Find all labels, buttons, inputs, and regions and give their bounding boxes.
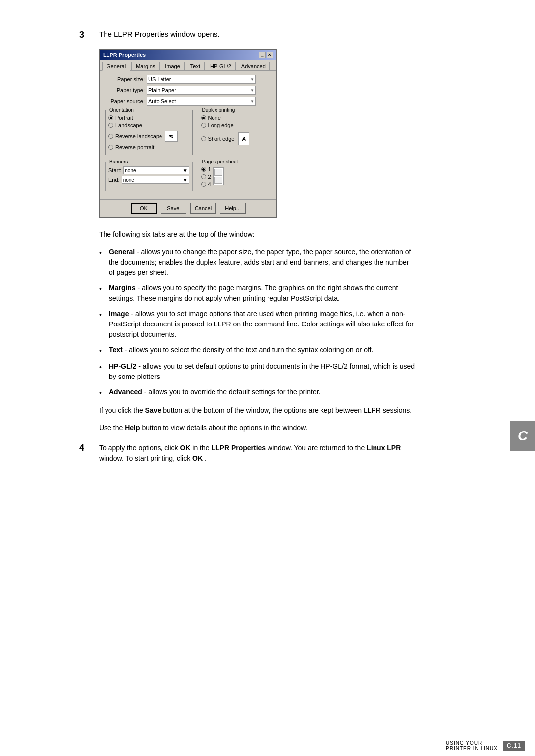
landscape-radio[interactable] (108, 123, 113, 128)
paper-size-select[interactable]: US Letter ▼ (147, 75, 256, 84)
dialog-body: Paper size: US Letter ▼ Paper type: Plai… (100, 71, 276, 199)
reverse-landscape-label: Reverse landscape (115, 133, 162, 139)
pps-legend: Pages per sheet (201, 159, 239, 164)
save-button[interactable]: Save (160, 203, 186, 214)
paper-type-arrow: ▼ (250, 88, 254, 93)
end-banner-row: End: none ▼ (108, 176, 189, 184)
paper-source-select[interactable]: Auto Select ▼ (147, 97, 256, 106)
llpr-properties-dialog[interactable]: LLPR Properties _ ✕ General Margins Imag… (99, 49, 277, 218)
reverse-portrait-option[interactable]: Reverse portrait (108, 144, 189, 150)
bullet-dot-5: • (99, 362, 109, 373)
desc-general: - allows you to change the paper size, t… (109, 248, 411, 276)
duplex-fieldset: Duplex printing None Long edge Short edg… (198, 108, 271, 155)
step4-linux-lpr: Linux LPR (367, 444, 401, 452)
duplex-legend: Duplex printing (201, 108, 236, 113)
landscape-label: Landscape (115, 122, 142, 128)
paper-source-row: Paper source: Auto Select ▼ (105, 97, 271, 106)
close-button[interactable]: ✕ (267, 52, 273, 58)
pps-2-option[interactable]: 2 (201, 174, 211, 180)
short-edge-radio[interactable] (201, 136, 206, 141)
tab-advanced[interactable]: Advanced (237, 62, 270, 70)
dialog-title: LLPR Properties (103, 52, 146, 58)
side-tab-c: C (510, 421, 535, 451)
portrait-option[interactable]: Portrait (108, 115, 189, 121)
tab-margins[interactable]: Margins (131, 62, 160, 70)
save-note-bold: Save (145, 406, 161, 414)
reverse-landscape-radio[interactable] (108, 134, 113, 139)
pps-preview (213, 167, 224, 185)
reverse-portrait-label: Reverse portrait (115, 144, 154, 150)
tab-image[interactable]: Image (160, 62, 185, 70)
bullet-advanced: • Advanced - allows you to override the … (99, 387, 416, 398)
portrait-radio[interactable] (108, 115, 113, 120)
step4-text-2: in the (192, 444, 211, 452)
help-button[interactable]: Help... (220, 203, 246, 214)
end-value: none (123, 177, 134, 183)
paper-source-value: Auto Select (148, 98, 176, 104)
step4-ok-2: OK (192, 454, 203, 462)
start-banner-select[interactable]: none ▼ (123, 166, 189, 174)
save-note-prefix: If you click the (99, 406, 145, 414)
end-label: End: (108, 177, 120, 183)
long-edge-option[interactable]: Long edge (201, 122, 268, 128)
short-edge-option[interactable]: Short edge A (201, 132, 268, 145)
bullet-content-3: Image - allows you to set image options … (109, 309, 416, 340)
minimize-button[interactable]: _ (259, 52, 266, 58)
dialog-titlebar: LLPR Properties _ ✕ (100, 50, 276, 60)
help-note-prefix: Use the (99, 424, 125, 432)
term-text: Text (109, 346, 123, 354)
banners-pps-row: Banners Start: none ▼ End: none (105, 159, 271, 191)
portrait-label: Portrait (115, 115, 133, 121)
step-3-header: 3 The LLPR Properties window opens. (79, 30, 416, 40)
bullet-margins: • Margins - allows you to specify the pa… (99, 283, 416, 304)
pps-4-radio[interactable] (201, 182, 206, 187)
term-margins: Margins (109, 284, 136, 292)
tab-hpgl2[interactable]: HP-GL/2 (206, 62, 236, 70)
tab-text[interactable]: Text (186, 62, 205, 70)
paper-type-select[interactable]: Plain Paper ▼ (147, 86, 256, 95)
bullet-dot-1: • (99, 248, 109, 258)
bullet-content-5: HP-GL/2 - allows you to set default opti… (109, 361, 416, 382)
long-edge-radio[interactable] (201, 123, 206, 128)
duplex-none-option[interactable]: None (201, 115, 268, 121)
step4-text-1: To apply the options, click (99, 444, 180, 452)
pps-1-radio[interactable] (201, 167, 206, 172)
cancel-button[interactable]: Cancel (190, 203, 216, 214)
tab-general[interactable]: General (102, 62, 130, 71)
titlebar-controls: _ ✕ (259, 52, 273, 58)
landscape-option[interactable]: Landscape (108, 122, 189, 128)
duplex-none-label: None (208, 115, 221, 121)
start-banner-row: Start: none ▼ (108, 166, 189, 174)
step-3-number: 3 (79, 30, 99, 40)
paper-size-label: Paper size: (105, 76, 145, 82)
dialog-container: LLPR Properties _ ✕ General Margins Imag… (99, 49, 416, 218)
reverse-landscape-option[interactable]: Reverse landscape A (108, 130, 189, 143)
paper-source-label: Paper source: (105, 98, 145, 104)
save-note: If you click the Save button at the bott… (99, 405, 416, 416)
pps-2-radio[interactable] (201, 174, 206, 179)
bullet-dot-3: • (99, 310, 109, 320)
duplex-none-radio[interactable] (201, 115, 206, 120)
side-tab-label: C (518, 428, 528, 444)
bullet-content-1: General - allows you to change the paper… (109, 247, 416, 278)
reverse-portrait-radio[interactable] (108, 145, 113, 150)
term-image: Image (109, 310, 129, 318)
end-banner-select[interactable]: none ▼ (122, 176, 189, 184)
ok-button[interactable]: OK (131, 203, 157, 214)
desc-advanced: - allows you to override the default set… (144, 388, 321, 396)
step-3-text: The LLPR Properties window opens. (99, 30, 219, 38)
step4-text-4: window. To start printing, click (99, 454, 192, 462)
end-arrow: ▼ (183, 177, 188, 183)
paper-source-arrow: ▼ (250, 99, 254, 104)
banners-fieldset: Banners Start: none ▼ End: none (105, 159, 193, 191)
dialog-tabs: General Margins Image Text HP-GL/2 Advan… (100, 60, 276, 71)
start-value: none (125, 168, 136, 173)
pps-fieldset: Pages per sheet 1 2 (198, 159, 271, 191)
pps-1-option[interactable]: 1 (201, 166, 211, 172)
help-note: Use the Help button to view details abou… (99, 423, 416, 433)
desc-text: - allows you to select the density of th… (125, 346, 374, 354)
pps-4-option[interactable]: 4 (201, 181, 211, 187)
footer-badge: C.11 (503, 741, 525, 751)
bullet-dot-6: • (99, 388, 109, 398)
paper-type-row: Paper type: Plain Paper ▼ (105, 86, 271, 95)
